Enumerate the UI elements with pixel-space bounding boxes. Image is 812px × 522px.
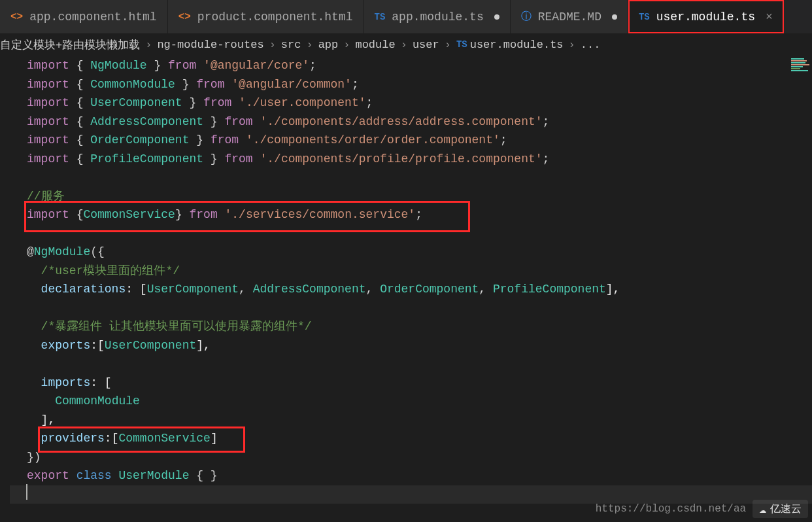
ts-icon: TS	[374, 12, 385, 22]
code-editor[interactable]: 1import { NgModule } from '@angular/core…	[0, 54, 812, 504]
tab-app-module-ts[interactable]: TS app.module.ts	[364, 0, 510, 33]
html-icon: <>	[10, 11, 23, 23]
editor-tabs: <> app.component.html <> product.compone…	[0, 0, 812, 34]
source-url: https://blog.csdn.net/aa	[596, 503, 746, 515]
breadcrumb-item[interactable]: user	[413, 39, 439, 51]
chevron-right-icon: ›	[145, 39, 152, 51]
breadcrumb-item[interactable]: app	[318, 39, 339, 51]
chevron-right-icon: ›	[269, 39, 276, 51]
ts-icon: TS	[456, 39, 467, 50]
breadcrumb-item[interactable]: user.module.ts	[470, 39, 564, 51]
dirty-indicator-icon	[612, 14, 617, 20]
tab-user-module-ts[interactable]: TS user.module.ts ×	[628, 0, 784, 33]
chevron-right-icon: ›	[401, 39, 407, 51]
breadcrumb-item[interactable]: module	[355, 39, 395, 51]
breadcrumb-item[interactable]: src	[281, 39, 301, 51]
minimap[interactable]	[791, 58, 812, 90]
tab-label: app.module.ts	[392, 10, 483, 24]
tab-label: user.module.ts	[656, 10, 755, 24]
tab-label: product.component.html	[197, 10, 353, 24]
chevron-right-icon: ›	[569, 39, 575, 51]
tab-product-component-html[interactable]: <> product.component.html	[168, 0, 364, 33]
breadcrumb-item[interactable]: ng-module-routes	[157, 39, 263, 51]
tab-label: README.MD	[538, 10, 601, 24]
ts-icon: TS	[639, 12, 650, 22]
breadcrumb-item[interactable]: ...	[581, 39, 601, 51]
watermark-badge: ☁ 亿速云	[753, 500, 808, 518]
chevron-right-icon: ›	[445, 39, 451, 51]
dirty-indicator-icon	[494, 14, 499, 20]
chevron-right-icon: ›	[306, 39, 313, 51]
breadcrumb-item[interactable]: 自定义模块+路由模块懒加载	[0, 37, 140, 52]
breadcrumb: 自定义模块+路由模块懒加载 › ng-module-routes › src ›…	[0, 34, 812, 54]
html-icon: <>	[178, 11, 191, 23]
tab-label: app.component.html	[29, 10, 156, 24]
chevron-right-icon: ›	[343, 39, 350, 51]
close-icon[interactable]: ×	[766, 10, 773, 24]
tab-readme-md[interactable]: ⓘ README.MD	[511, 0, 628, 33]
footer-watermark: https://blog.csdn.net/aa ☁ 亿速云	[596, 500, 808, 518]
cursor-icon	[26, 484, 27, 500]
watermark-text: 亿速云	[770, 502, 802, 516]
info-icon: ⓘ	[521, 10, 532, 24]
tab-app-component-html[interactable]: <> app.component.html	[0, 0, 168, 33]
cloud-icon: ☁	[759, 502, 766, 516]
